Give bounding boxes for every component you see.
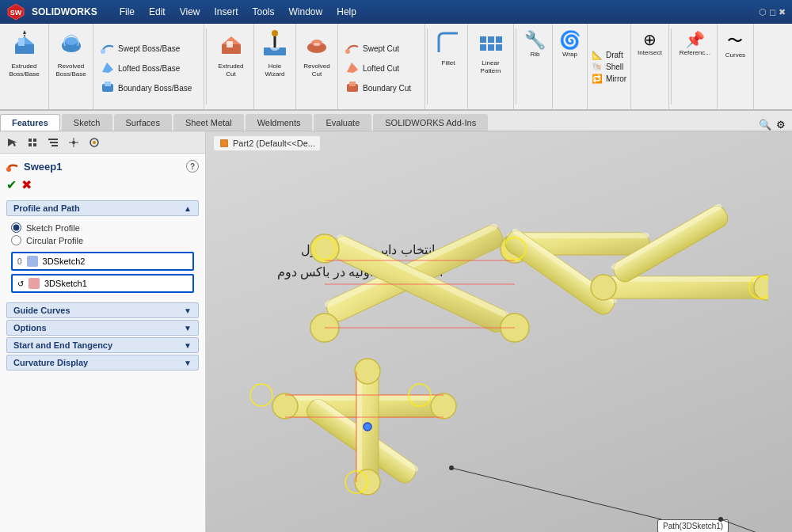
appearance-button[interactable] [86,134,103,151]
svg-marker-33 [8,139,17,146]
extruded-cut-button[interactable]: ExtrudedCut [214,28,249,79]
settings-icon[interactable]: ⚙ [776,119,786,131]
start-end-tangency-section-header[interactable]: Start and End Tangency ▼ [6,337,199,353]
tab-sketch[interactable]: Sketch [62,114,112,131]
svg-rect-30 [480,36,486,43]
hole-wizard-button[interactable]: HoleWizard [257,28,292,79]
shell-button[interactable]: 🐚 Shell [589,61,626,73]
sketch-box-3dsketch2[interactable]: 0 3DSketch2 [11,252,194,271]
fillet-button[interactable]: Fillet [432,28,464,69]
swept-boss-button[interactable]: Swept Boss/Base [98,40,194,58]
curvature-display-label: Curvature Display [13,358,88,367]
extruded-boss-button[interactable]: ExtrudedBoss/Base [6,28,42,79]
menu-edit[interactable]: Edit [143,5,172,19]
ribbon-revolved-boss[interactable]: RevolvedBoss/Base [49,24,93,109]
curves-button[interactable]: 〜 Curves [722,28,748,61]
viewport[interactable]: Part2 (Default<<De... انتخاب دایره در با… [206,131,792,532]
ribbon-fillet[interactable]: Fillet [429,24,468,109]
sketch-profile-radio[interactable]: Sketch Profile [11,222,194,233]
reference-button[interactable]: 📌 Referenc... [676,28,714,59]
tab-evaluate[interactable]: Evaluate [314,114,371,131]
svg-rect-40 [51,145,58,146]
extruded-boss-label: ExtrudedBoss/Base [9,63,39,78]
extruded-cut-icon [217,30,246,63]
tab-solidworks-addins[interactable]: SOLIDWORKS Add-Ins [373,114,488,131]
lofted-boss-button[interactable]: Lofted Boss/Base [98,59,194,78]
menu-window[interactable]: Window [283,5,329,19]
search-icon[interactable]: 🔍 [759,119,771,131]
draft-button[interactable]: 📐 Draft [589,49,626,61]
boundary-boss-button[interactable]: Boundary Boss/Base [98,79,194,97]
tab-surfaces[interactable]: Surfaces [114,114,172,131]
svg-rect-27 [480,44,486,51]
svg-point-23 [345,49,350,54]
logo-text: SOLIDWORKS [32,6,97,17]
ribbon-linear-pattern[interactable]: LinearPattern [468,24,514,109]
sketch-label-3dsketch1: 3DSketch1 [44,279,87,288]
ribbon-curves[interactable]: 〜 Curves [718,24,754,109]
ribbon-wrap[interactable]: 🌀 Wrap [553,24,588,109]
linear-pattern-label: LinearPattern [481,59,501,74]
options-section-header[interactable]: Options ▼ [6,320,199,336]
linear-pattern-icon [478,30,504,59]
fillet-label: Fillet [442,59,455,67]
tree-view-button[interactable] [24,134,41,151]
lofted-cut-button[interactable]: Lofted Cut [343,59,413,78]
menu-insert[interactable]: Insert [208,5,245,19]
revolved-cut-button[interactable]: RevolvedCut [299,28,334,79]
ribbon-intersect[interactable]: ⊕ Intersect [631,24,669,109]
options-chevron: ▼ [184,324,192,332]
ribbon-rib[interactable]: 🔧 Rib [518,24,553,109]
rib-button[interactable]: 🔧 Rib [521,28,549,60]
linear-pattern-button[interactable]: LinearPattern [475,28,507,76]
ribbon-hole-wizard[interactable]: HoleWizard [254,24,296,109]
app-logo: SW SOLIDWORKS [6,2,97,21]
separator-4 [671,28,672,104]
wrap-button[interactable]: 🌀 Wrap [556,28,584,60]
feature-tree-button[interactable] [44,134,62,151]
circular-profile-radio[interactable]: Circular Profile [11,235,194,245]
ribbon-extruded-cut[interactable]: ExtrudedCut [208,24,254,109]
menu-file[interactable]: File [113,5,141,19]
left-panel: Sweep1 ? ✔ ✖ Profile and Path ▲ Sketch P… [0,131,206,532]
swept-boss-icon [101,40,115,57]
svg-marker-6 [23,30,26,34]
svg-rect-66 [356,371,362,482]
hole-wizard-label: HoleWizard [265,63,285,78]
swept-cut-label: Swept Cut [363,44,399,53]
extruded-cut-label: ExtrudedCut [218,63,243,78]
swept-cut-button[interactable]: Swept Cut [343,40,413,58]
arrow-tool-button[interactable] [3,134,21,151]
menu-view[interactable]: View [173,5,207,19]
mirror-button[interactable]: 🔁 Mirror [589,73,629,85]
guide-curves-section-header[interactable]: Guide Curves ▼ [6,302,199,318]
cancel-button[interactable]: ✖ [21,177,32,192]
boundary-cut-button[interactable]: Boundary Cut [343,79,413,97]
svg-rect-28 [488,44,494,51]
sketch-icon-3dsketch1 [29,278,40,289]
ribbon-reference[interactable]: 📌 Referenc... [673,24,718,109]
svg-rect-12 [105,82,111,86]
svg-rect-39 [50,142,58,143]
ribbon-revolved-cut[interactable]: RevolvedCut [296,24,338,109]
sketch-box-3dsketch1[interactable]: ↺ 3DSketch1 [11,274,194,293]
help-button[interactable]: ? [186,160,199,173]
boundary-boss-label: Boundary Boss/Base [118,84,192,93]
menu-tools[interactable]: Tools [246,5,281,19]
svg-rect-26 [349,82,356,86]
menu-help[interactable]: Help [330,5,363,19]
start-end-tangency-chevron: ▼ [184,341,192,350]
ok-button[interactable]: ✔ [6,177,17,192]
svg-rect-15 [227,41,233,48]
ribbon-extruded-boss[interactable]: ExtrudedBoss/Base [0,24,49,109]
svg-rect-36 [29,143,32,146]
tab-features[interactable]: Features [0,114,60,131]
profile-path-section-header[interactable]: Profile and Path ▲ [6,200,199,216]
callout-path: Path(3DSketch1) [657,519,729,532]
curvature-display-section-header[interactable]: Curvature Display ▼ [6,355,199,370]
origin-button[interactable] [65,134,82,151]
revolved-boss-button[interactable]: RevolvedBoss/Base [52,28,89,79]
tab-weldments[interactable]: Weldments [246,114,313,131]
tab-sheet-metal[interactable]: Sheet Metal [173,114,244,131]
intersect-button[interactable]: ⊕ Intersect [634,28,665,59]
